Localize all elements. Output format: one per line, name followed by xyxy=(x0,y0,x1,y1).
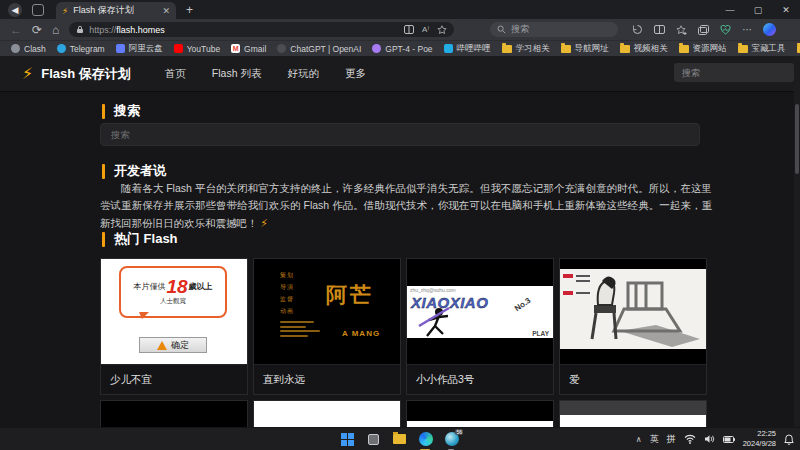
taskbar-clock[interactable]: 22:25 2024/9/28 xyxy=(743,429,776,449)
gray-text-mark xyxy=(576,280,590,282)
wifi-icon[interactable] xyxy=(684,434,696,444)
bookmark-aliyundrive[interactable]: 阿里云盘 xyxy=(116,43,163,55)
ime-mode-indicator[interactable]: 拼 xyxy=(667,433,676,446)
flash-title: 小小作品3号 xyxy=(407,364,553,394)
site-search-input[interactable] xyxy=(100,123,700,146)
flash-card[interactable] xyxy=(559,400,707,427)
bookmark-clash[interactable]: Clash xyxy=(11,44,46,54)
hidden-icons-chevron[interactable]: ∧ xyxy=(636,435,642,444)
copilot-icon[interactable] xyxy=(763,23,776,36)
flash-card[interactable]: zhu_zhq@sohu.com XIAOXIAO No.3 PLAY 小小作品… xyxy=(406,258,554,395)
nav-home[interactable]: 首页 xyxy=(165,67,186,81)
bookmark-youtube[interactable]: YouTube xyxy=(174,44,220,54)
accent-bar xyxy=(102,104,105,119)
lock-icon xyxy=(76,25,84,34)
flash-card[interactable]: MX xyxy=(253,400,401,427)
page-scrollbar[interactable] xyxy=(794,56,800,427)
bookmark-folder-video[interactable]: 视频相关 xyxy=(620,43,668,55)
bookmark-folder-tools[interactable]: 宝藏工具 xyxy=(738,43,786,55)
bookmark-bilibili[interactable]: 哔哩哔哩 xyxy=(444,43,491,55)
tab-title: Flash 保存计划 xyxy=(73,4,157,17)
amang-title-text: 阿芒 xyxy=(326,281,374,309)
close-button[interactable]: ✕ xyxy=(772,0,800,19)
flash-card[interactable]: 策划 导演 监督 动画 阿芒 A MANG 直到永远 xyxy=(253,258,401,395)
toolbar-search-box[interactable]: 搜索 xyxy=(490,22,618,37)
minimize-button[interactable]: — xyxy=(716,0,744,19)
home-icon[interactable]: ⌂ xyxy=(52,23,59,37)
file-explorer-button[interactable] xyxy=(392,432,407,447)
window-controls: — ▢ ✕ xyxy=(716,0,800,19)
folder-icon xyxy=(738,45,748,53)
file-explorer-icon xyxy=(393,434,406,444)
developer-note: 随着各大 Flash 平台的关闭和官方支持的终止，许多经典作品似乎消失无踪。但我… xyxy=(100,180,712,232)
notification-bell-icon[interactable] xyxy=(784,434,794,445)
folder-icon xyxy=(620,45,630,53)
speaker-icon[interactable] xyxy=(704,434,715,444)
scrollbar-thumb[interactable] xyxy=(795,104,799,174)
settings-more-icon[interactable]: ⋯ xyxy=(742,24,752,35)
bookmark-folder-nav[interactable]: 导航网址 xyxy=(561,43,609,55)
bookmark-folder-misc[interactable]: 百宝箱 xyxy=(797,43,800,55)
search-icon xyxy=(497,25,506,34)
author-email: zhu_zhq@sohu.com xyxy=(410,287,456,293)
split-view-icon[interactable] xyxy=(654,25,665,34)
pinned-app-button[interactable]: 56 xyxy=(444,432,459,447)
bookmark-poe[interactable]: GPT-4 - Poe xyxy=(372,44,432,54)
ime-language-indicator[interactable]: 英 xyxy=(650,433,659,446)
bookmark-telegram[interactable]: Telegram xyxy=(57,44,105,54)
bookmark-folder-study[interactable]: 学习相关 xyxy=(502,43,550,55)
app-badge: 56 xyxy=(455,429,463,435)
browser-workspaces-icon[interactable]: ◀ xyxy=(8,3,22,17)
flash-thumbnail: zhu_zhq@sohu.com XIAOXIAO No.3 PLAY xyxy=(407,259,553,364)
flash-card[interactable] xyxy=(100,400,248,427)
flash-thumbnail: 策划 导演 监督 动画 阿芒 A MANG xyxy=(254,259,400,364)
favorites-bar-icon[interactable] xyxy=(676,25,687,35)
bookmark-folder-resource[interactable]: 资源网站 xyxy=(679,43,727,55)
poe-favicon xyxy=(372,44,381,53)
tab-close-icon[interactable]: ✕ xyxy=(162,6,170,16)
bookmark-gmail[interactable]: MGmail xyxy=(231,44,266,54)
bookmark-chatgpt[interactable]: ChatGPT | OpenAI xyxy=(277,44,361,54)
maximize-button[interactable]: ▢ xyxy=(744,0,772,19)
nav-more[interactable]: 更多 xyxy=(345,67,366,81)
aliyundrive-favicon xyxy=(116,44,125,53)
flash-thumbnail: 本片僅供18歲以上 人士觀賞 确定 xyxy=(101,259,247,364)
folder-icon xyxy=(797,45,800,53)
flash-card[interactable] xyxy=(406,400,554,427)
nav-fun[interactable]: 好玩的 xyxy=(287,67,319,81)
battery-icon[interactable] xyxy=(723,435,735,444)
favorite-star-icon[interactable] xyxy=(437,25,447,35)
new-tab-button[interactable]: + xyxy=(186,3,193,17)
hot-flash-grid: 本片僅供18歲以上 人士觀賞 确定 少儿不宜 策划 导演 监督 动画 阿芒 xyxy=(100,258,710,395)
no3-text: No.3 xyxy=(513,296,532,313)
bilibili-favicon xyxy=(444,44,453,53)
split-screen-icon[interactable] xyxy=(404,25,414,34)
warning-triangle-icon xyxy=(157,341,167,350)
edge-taskbar-button[interactable] xyxy=(418,432,433,447)
tab-favicon-bolt-icon: ⚡ xyxy=(62,6,68,16)
site-brand[interactable]: Flash 保存计划 xyxy=(41,65,131,83)
love-illustration xyxy=(560,269,706,349)
flash-card[interactable]: 爱 xyxy=(559,258,707,395)
hot-section-heading: 热门 Flash xyxy=(102,230,178,248)
site-header-search-input[interactable] xyxy=(674,63,794,82)
browser-tab[interactable]: ⚡ Flash 保存计划 ✕ xyxy=(56,2,176,19)
flash-card[interactable]: 本片僅供18歲以上 人士觀賞 确定 少儿不宜 xyxy=(100,258,248,395)
address-bar[interactable]: https://flash.homes A⁾ xyxy=(69,22,454,37)
nav-flash-list[interactable]: Flash 列表 xyxy=(212,67,262,81)
flash-title: 爱 xyxy=(560,364,706,394)
refresh-icon[interactable]: ⟳ xyxy=(32,23,42,37)
stick-figure-icon xyxy=(415,304,457,338)
site-header: ⚡ Flash 保存计划 首页 Flash 列表 好玩的 更多 xyxy=(0,56,800,92)
start-button[interactable] xyxy=(340,432,355,447)
task-view-button[interactable] xyxy=(366,432,381,447)
collections-icon[interactable] xyxy=(698,25,709,35)
gray-text-mark xyxy=(576,292,590,294)
chatgpt-favicon xyxy=(277,44,286,53)
hot-section-title: 热门 Flash xyxy=(114,230,178,248)
read-aloud-icon[interactable]: A⁾ xyxy=(422,25,429,34)
browser-essentials-icon[interactable] xyxy=(720,25,731,35)
history-icon[interactable] xyxy=(632,24,643,35)
back-icon[interactable]: ← xyxy=(10,23,22,37)
tab-actions-icon[interactable] xyxy=(32,4,44,16)
